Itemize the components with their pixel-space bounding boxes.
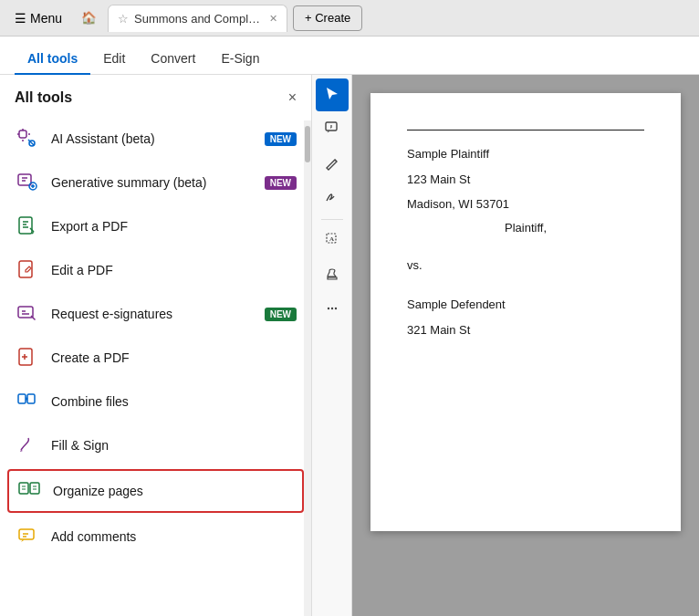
main-layout: All tools × AI Assistant (beta) NEW Gene…	[0, 75, 699, 616]
create-button[interactable]: + Create	[293, 5, 362, 31]
app-toolbar: All tools Edit Convert E-Sign	[0, 37, 699, 75]
tool-item-add-comments[interactable]: Add comments	[0, 515, 311, 559]
svg-rect-10	[19, 483, 28, 494]
signature-button[interactable]	[316, 183, 349, 215]
tool-item-edit-pdf[interactable]: Edit a PDF	[0, 248, 311, 292]
tool-request-esignatures-label: Request e-signatures	[51, 307, 254, 321]
tool-export-pdf-label: Export a PDF	[51, 219, 297, 234]
hamburger-icon: ☰	[15, 11, 26, 26]
comment-add-button[interactable]	[316, 113, 349, 146]
vertical-toolbar: A	[312, 75, 352, 616]
tool-list: AI Assistant (beta) NEW Generative summa…	[0, 113, 311, 616]
menu-label: Menu	[30, 11, 62, 26]
tab-convert-label: Convert	[151, 51, 195, 66]
pencil-icon	[324, 155, 340, 174]
organize-pages-icon	[16, 478, 42, 504]
select-tool-button[interactable]	[316, 78, 349, 111]
cursor-icon	[324, 86, 340, 105]
svg-point-17	[330, 307, 332, 308]
tool-generative-summary-label: Generative summary (beta)	[51, 175, 254, 190]
tool-organize-pages-label: Organize pages	[53, 484, 295, 498]
plaintiff-address-line2: 123 Main St	[407, 171, 644, 189]
tool-item-create-pdf[interactable]: Create a PDF	[0, 336, 311, 380]
tab-esign-label: E-Sign	[221, 51, 259, 66]
panel-title: All tools	[15, 89, 72, 106]
ai-assistant-icon	[15, 126, 40, 151]
add-comments-icon	[15, 524, 40, 549]
svg-rect-11	[30, 483, 39, 494]
scroll-track[interactable]	[304, 120, 311, 616]
browser-tab[interactable]: ☆ Summons and Complai… ✕	[108, 5, 287, 32]
tab-all-tools-label: All tools	[27, 51, 78, 66]
text-select-button[interactable]: A	[316, 224, 349, 256]
plaintiff-address-line1: Sample Plaintiff	[407, 145, 644, 163]
create-pdf-icon	[15, 345, 40, 371]
tool-ai-assistant-badge: NEW	[265, 132, 297, 146]
combine-files-icon	[15, 389, 40, 414]
stamp-button[interactable]	[316, 258, 349, 291]
right-area: A Sample Plaintiff 123 Main St Madison, …	[312, 75, 699, 616]
tab-edit[interactable]: Edit	[90, 42, 138, 75]
svg-text:A: A	[329, 235, 334, 243]
defendant-line2: 321 Main St	[407, 321, 644, 339]
toolbar-separator	[321, 219, 343, 220]
fill-sign-icon	[15, 433, 40, 458]
tool-item-fill-sign[interactable]: Fill & Sign	[0, 423, 311, 467]
tool-item-export-pdf[interactable]: Export a PDF	[0, 204, 311, 248]
tab-esign[interactable]: E-Sign	[208, 42, 272, 75]
scroll-thumb	[305, 126, 310, 162]
tool-ai-assistant-label: AI Assistant (beta)	[51, 131, 254, 146]
tool-edit-pdf-label: Edit a PDF	[51, 263, 297, 277]
create-label: + Create	[305, 11, 350, 25]
tool-request-esignatures-badge: NEW	[265, 308, 297, 321]
signature-icon	[324, 190, 340, 209]
document-page: Sample Plaintiff 123 Main St Madison, WI…	[370, 93, 681, 531]
tool-item-combine-files[interactable]: Combine files	[0, 380, 311, 423]
document-area: Sample Plaintiff 123 Main St Madison, WI…	[352, 75, 699, 616]
tab-title: Summons and Complai…	[134, 12, 262, 26]
svg-rect-0	[19, 131, 26, 138]
left-panel: All tools × AI Assistant (beta) NEW Gene…	[0, 75, 312, 616]
more-tools-button[interactable]	[316, 293, 349, 326]
draw-freehand-button[interactable]	[316, 148, 349, 181]
generative-summary-icon	[15, 170, 40, 195]
tool-generative-summary-badge: NEW	[265, 176, 297, 190]
doc-divider-line	[407, 130, 644, 131]
tab-close-button[interactable]: ✕	[269, 13, 277, 25]
svg-rect-6	[18, 307, 33, 318]
edit-pdf-icon	[15, 257, 40, 283]
tool-create-pdf-label: Create a PDF	[51, 350, 297, 365]
tool-fill-sign-label: Fill & Sign	[51, 438, 297, 453]
tool-item-request-esignatures[interactable]: Request e-signatures NEW	[0, 292, 311, 336]
tab-edit-label: Edit	[103, 51, 125, 66]
more-icon	[324, 300, 340, 319]
comment-add-icon	[324, 120, 340, 140]
tab-convert[interactable]: Convert	[138, 42, 208, 75]
export-pdf-icon	[15, 214, 40, 239]
plaintiff-label: Plaintiff,	[407, 221, 644, 235]
svg-rect-8	[18, 394, 26, 403]
home-button[interactable]: 🏠	[75, 5, 102, 32]
plaintiff-address-line3: Madison, WI 53701	[407, 195, 644, 214]
star-icon: ☆	[118, 12, 129, 26]
panel-close-button[interactable]: ×	[288, 89, 297, 106]
tool-item-organize-pages[interactable]: Organize pages	[7, 469, 304, 513]
text-select-icon: A	[324, 231, 340, 250]
menu-button[interactable]: ☰ Menu	[7, 7, 69, 29]
tool-combine-files-label: Combine files	[51, 394, 297, 409]
vs-label: vs.	[407, 256, 644, 275]
svg-rect-9	[27, 394, 35, 403]
close-icon: ×	[288, 89, 297, 105]
tool-item-generative-summary[interactable]: Generative summary (beta) NEW	[0, 161, 311, 204]
tool-item-ai-assistant[interactable]: AI Assistant (beta) NEW	[0, 117, 311, 161]
panel-header: All tools ×	[0, 75, 311, 113]
defendant-line1: Sample Defendent	[407, 296, 644, 314]
svg-rect-2	[18, 174, 31, 185]
home-icon: 🏠	[81, 11, 97, 25]
tool-add-comments-label: Add comments	[51, 529, 297, 544]
svg-point-16	[327, 307, 329, 308]
svg-rect-4	[19, 217, 32, 234]
stamp-icon	[324, 266, 340, 285]
tab-all-tools[interactable]: All tools	[15, 42, 90, 75]
browser-bar: ☰ Menu 🏠 ☆ Summons and Complai… ✕ + Crea…	[0, 0, 699, 37]
